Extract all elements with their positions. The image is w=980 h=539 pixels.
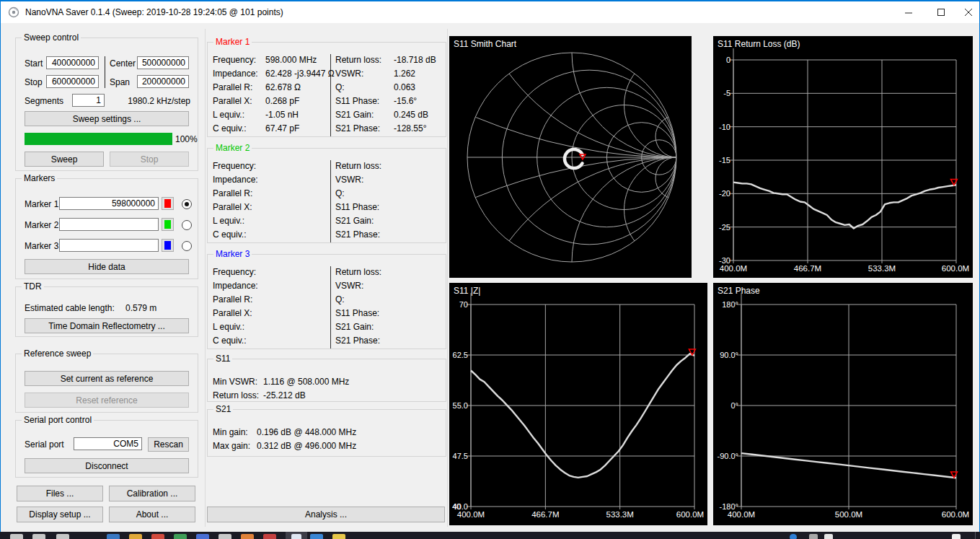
y-tick-label: -20 [719,189,730,198]
files-button[interactable]: Files ... [17,486,103,501]
app-icon-orange[interactable] [241,534,254,539]
s11-summary-group: S11 Min VSWR: 1.116 @ 508.000 MHz Return… [207,359,446,402]
markers-group: Markers Marker 1 Marker 2 Marker 3 Hide … [15,178,198,279]
tray-icon-2[interactable] [824,534,833,539]
app-icon-gray[interactable] [218,534,231,539]
display-setup-button[interactable]: Display setup ... [17,507,103,522]
minimize-button[interactable] [893,1,925,23]
marker-3-color-button[interactable] [162,239,174,252]
s11-return-loss-label: Return loss: [213,390,259,400]
s21-phase-chart[interactable]: S21 Phase180°90.0°0°-90.0°-180°400.0M500… [713,283,973,525]
marker-1-active-radio[interactable] [182,199,192,209]
set-reference-button[interactable]: Set current as reference [25,371,189,386]
marker-1-panel: Marker 1Frequency:598.000 MHzImpedance:6… [207,42,446,137]
field-label: Parallel X: [213,96,252,106]
rescan-button[interactable]: Rescan [148,437,189,452]
field-label: Parallel R: [213,294,252,304]
app-icon-green[interactable] [174,534,187,539]
span-frequency-input[interactable] [137,75,189,88]
app-icon-red[interactable] [151,534,164,539]
center-frequency-input[interactable] [137,56,189,69]
task-view-icon[interactable] [56,534,69,539]
start-button[interactable] [10,534,23,539]
reset-reference-button[interactable]: Reset reference [25,393,189,408]
serial-port-input[interactable] [74,437,142,450]
marker-1-frequency-input[interactable] [59,197,159,210]
marker-2-color-button[interactable] [162,218,174,231]
tdr-group: TDR Estimated cable length: 0.579 m Time… [15,286,198,337]
chart-title: S11 Smith Chart [454,39,517,49]
field-value: 62.428 -j3.9447 Ω [265,69,335,79]
field-label: S11 Phase: [335,202,379,212]
analysis-button[interactable]: Analysis ... [207,507,445,522]
maximize-button[interactable] [925,1,958,23]
tray-icon-1[interactable] [809,534,818,539]
marker-2-frequency-input[interactable] [59,218,159,231]
x-tick-label: 600.0M [676,510,704,519]
progress-percent-label: 100% [175,134,198,144]
tdr-button[interactable]: Time Domain Reflectometry ... [25,318,189,333]
field-label: Impedance: [213,281,258,291]
field-label: C equiv.: [213,229,246,240]
field-label: Parallel X: [213,308,252,318]
hide-data-button[interactable]: Hide data [25,259,189,274]
field-label: S21 Phase: [335,336,380,346]
field-label: Return loss: [335,267,381,277]
chart-title: S21 Phase [718,286,760,296]
marker-3-panel-title: Marker 3 [213,249,252,259]
tray-blue-dot[interactable] [790,534,797,539]
marker-1-color-swatch [164,199,171,208]
s11-impedance-magnitude-chart[interactable]: S11 |Z|7062.555.047.540.040400.0M466.7M5… [449,283,707,525]
min-vswr-value: 1.116 @ 508.000 MHz [263,377,349,387]
app-icon-yellow[interactable] [129,534,142,539]
x-tick-label: 400.0M [457,510,485,519]
segments-label: Segments [25,96,63,106]
field-label: L equiv.: [213,322,244,332]
start-frequency-input[interactable] [46,56,99,69]
about-button[interactable]: About ... [109,507,195,522]
app-icon-yellow-2[interactable] [332,534,345,539]
field-label: S21 Gain: [335,110,374,120]
search-icon[interactable] [32,534,45,539]
disconnect-button[interactable]: Disconnect [25,458,189,473]
app-icon-red-2[interactable] [263,534,276,539]
windows-taskbar[interactable] [0,532,980,539]
field-label: S21 Gain: [335,216,374,226]
sweep-button[interactable]: Sweep [25,152,104,167]
field-label: Frequency: [213,55,256,65]
marker-1-color-button[interactable] [162,197,174,210]
chart-title: S11 |Z| [454,286,480,296]
x-tick-label: 500.0M [835,510,862,519]
field-label: Return loss: [335,55,381,65]
field-label: VSWR: [335,175,363,185]
marker-3-frequency-input[interactable] [59,239,159,252]
calibration-button[interactable]: Calibration ... [109,486,195,501]
segments-input[interactable] [72,94,105,107]
reference-sweep-group: Reference sweep Set current as reference… [15,354,198,413]
app-icon-blue[interactable] [107,534,120,539]
s11-return-loss-chart[interactable]: S11 Return Loss (dB)0-5-10-15-20-25-3040… [713,36,973,278]
field-value: 62.678 Ω [265,82,301,92]
field-label: Frequency: [213,161,256,171]
app-icon-blue-2[interactable] [196,534,209,539]
y-tick-label: -10 [719,123,730,131]
nanovna-saver-taskbar-item[interactable] [286,532,307,539]
show-desktop-divider[interactable] [975,532,976,539]
stop-button[interactable]: Stop [110,152,189,167]
stop-frequency-input[interactable] [46,75,99,88]
marker-3-active-radio[interactable] [182,241,192,251]
s21-summary-title: S21 [213,404,233,414]
sweep-settings-button[interactable]: Sweep settings ... [25,111,189,126]
y-tick-label: -15 [719,156,730,165]
notification-area-icon[interactable] [952,534,961,539]
titlebar[interactable]: NanoVNA Saver 0.1.4 (Sweep: 2019-10-28 1… [1,1,979,23]
field-label: Parallel X: [213,202,252,212]
close-button[interactable] [958,1,980,23]
field-label: Return loss: [335,161,381,171]
marker-2-active-radio[interactable] [182,220,192,230]
app-icon-blue-3[interactable] [310,534,323,539]
s11-smith-chart[interactable]: S11 Smith Chart [449,36,692,278]
field-label: L equiv.: [213,110,244,120]
s11-summary-title: S11 [213,354,232,364]
y-tick-label: 47.5 [453,452,468,460]
